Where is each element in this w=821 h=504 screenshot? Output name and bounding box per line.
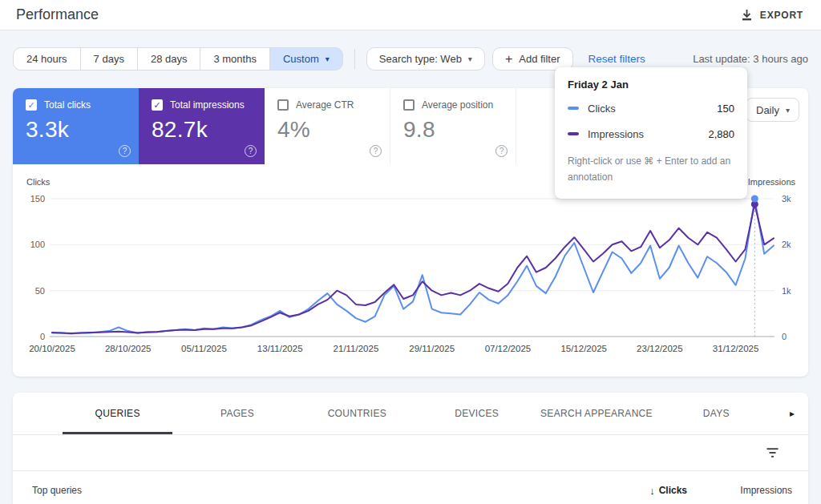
average-ctr-label: Average CTR [296, 99, 354, 111]
dimension-tabs: QUERIES PAGES COUNTRIES DEVICES SEARCH A… [13, 393, 808, 435]
total-impressions-label: Total impressions [170, 99, 245, 111]
toolbar-divider [354, 49, 355, 70]
average-ctr-value: 4% [277, 117, 378, 143]
total-impressions-checkbox[interactable]: ✓ [152, 99, 163, 111]
tab-queries[interactable]: QUERIES [58, 393, 177, 434]
granularity-label: Daily [756, 104, 779, 116]
svg-text:13/11/2025: 13/11/2025 [257, 344, 303, 353]
card-average-position[interactable]: Average position 9.8 ? [390, 88, 516, 164]
table-filter-button[interactable] [766, 446, 779, 459]
svg-text:1k: 1k [782, 286, 791, 296]
svg-text:50: 50 [35, 286, 45, 296]
check-icon: ✓ [153, 100, 160, 111]
total-clicks-label: Total clicks [44, 99, 91, 111]
search-type-label: Search type: Web [379, 53, 462, 65]
svg-text:2k: 2k [782, 240, 791, 249]
range-28-days[interactable]: 28 days [137, 47, 201, 71]
check-icon: ✓ [27, 100, 34, 111]
queries-table-header: Top queries ↓ Clicks Impressions [13, 471, 808, 504]
total-clicks-value: 3.3k [26, 117, 127, 143]
svg-text:21/11/2025: 21/11/2025 [334, 344, 379, 353]
tab-countries[interactable]: COUNTRIES [297, 393, 417, 434]
svg-text:05/11/2025: 05/11/2025 [181, 344, 227, 353]
average-position-label: Average position [422, 99, 493, 111]
impressions-dash-icon [568, 132, 579, 135]
export-button[interactable]: EXPORT [741, 9, 803, 22]
range-24-hours[interactable]: 24 hours [13, 47, 81, 71]
average-position-checkbox[interactable] [403, 99, 415, 111]
svg-text:Impressions: Impressions [748, 177, 796, 187]
svg-text:29/11/2025: 29/11/2025 [409, 344, 455, 353]
app-header: Performance EXPORT [0, 0, 821, 30]
clicks-column-label: Clicks [659, 485, 687, 496]
date-range-segmented-control: 24 hours 7 days 28 days 3 months Custom … [13, 47, 343, 71]
svg-text:150: 150 [30, 194, 45, 204]
clicks-column-header[interactable]: ↓ Clicks [567, 485, 687, 497]
tooltip-clicks-label: Clicks [588, 103, 616, 115]
tooltip-impressions-row: Impressions 2,880 [568, 121, 734, 147]
svg-text:07/12/2025: 07/12/2025 [485, 344, 532, 353]
filter-list-icon [766, 446, 779, 459]
table-filter-row [13, 435, 808, 471]
svg-text:3k: 3k [782, 194, 791, 204]
help-icon[interactable]: ? [119, 145, 131, 157]
svg-text:0: 0 [40, 332, 45, 341]
dimensions-panel: QUERIES PAGES COUNTRIES DEVICES SEARCH A… [13, 393, 808, 504]
tab-queries-label: QUERIES [95, 408, 140, 419]
reset-filters-link[interactable]: Reset filters [588, 53, 645, 65]
impressions-column-header[interactable]: Impressions [687, 485, 792, 496]
top-queries-column-header: Top queries [32, 485, 567, 496]
help-icon[interactable]: ? [245, 145, 257, 157]
export-label: EXPORT [760, 10, 803, 21]
chevron-down-icon: ▾ [786, 106, 790, 115]
svg-text:31/12/2025: 31/12/2025 [713, 344, 759, 353]
chart-tooltip: Friday 2 Jan Clicks 150 Impressions 2,88… [555, 67, 747, 199]
average-position-value: 9.8 [403, 117, 504, 143]
svg-text:20/10/2025: 20/10/2025 [29, 344, 75, 353]
tooltip-clicks-value: 150 [717, 103, 734, 115]
chart-area: 1503k1002k501k00ClicksImpressions20/10/2… [13, 174, 808, 365]
active-tab-underline [63, 432, 172, 434]
clicks-dash-icon [568, 107, 579, 110]
total-impressions-value: 82.7k [152, 117, 253, 143]
tab-days[interactable]: DAYS [657, 393, 776, 434]
svg-text:Clicks: Clicks [26, 177, 51, 187]
granularity-dropdown[interactable]: Daily ▾ [746, 98, 799, 122]
card-average-ctr[interactable]: Average CTR 4% ? [265, 88, 390, 164]
chevron-down-icon: ▾ [326, 54, 330, 63]
custom-range-label: Custom [283, 53, 319, 65]
tooltip-impressions-value: 2,880 [708, 128, 734, 140]
tabs-scroll-right-icon[interactable]: ▸ [776, 393, 808, 434]
tooltip-clicks-row: Clicks 150 [568, 95, 734, 121]
search-type-dropdown[interactable]: Search type: Web ▾ [366, 47, 485, 71]
sort-descending-icon: ↓ [649, 485, 655, 497]
help-icon[interactable]: ? [495, 145, 508, 157]
tooltip-annotation-hint: Right-click or use ⌘ + Enter to add an a… [568, 154, 732, 186]
range-7-days[interactable]: 7 days [80, 47, 138, 71]
chevron-down-icon: ▾ [468, 54, 472, 63]
svg-text:15/12/2025: 15/12/2025 [560, 344, 607, 353]
card-total-clicks[interactable]: ✓ Total clicks 3.3k ? [13, 88, 139, 164]
svg-text:0: 0 [782, 332, 787, 341]
download-icon [741, 9, 753, 22]
total-clicks-checkbox[interactable]: ✓ [26, 99, 37, 111]
tab-pages[interactable]: PAGES [177, 393, 297, 434]
svg-text:28/10/2025: 28/10/2025 [105, 344, 152, 353]
card-total-impressions[interactable]: ✓ Total impressions 82.7k ? [139, 88, 265, 164]
last-update-text: Last update: 3 hours ago [693, 53, 808, 65]
page-title: Performance [16, 6, 99, 23]
tab-devices[interactable]: DEVICES [417, 393, 536, 434]
help-icon[interactable]: ? [370, 145, 382, 157]
average-ctr-checkbox[interactable] [277, 99, 289, 111]
range-3-months[interactable]: 3 months [200, 47, 269, 71]
add-filter-label: Add filter [519, 53, 560, 65]
svg-text:23/12/2025: 23/12/2025 [637, 344, 683, 353]
performance-chart[interactable]: 1503k1002k501k00ClicksImpressions20/10/2… [13, 174, 808, 365]
tab-search-appearance[interactable]: SEARCH APPEARANCE [536, 393, 656, 434]
plus-icon: + [505, 53, 512, 66]
tooltip-date: Friday 2 Jan [568, 79, 734, 91]
tooltip-impressions-label: Impressions [588, 128, 644, 140]
svg-text:100: 100 [30, 240, 45, 249]
range-custom-selected[interactable]: Custom ▾ [269, 47, 343, 71]
